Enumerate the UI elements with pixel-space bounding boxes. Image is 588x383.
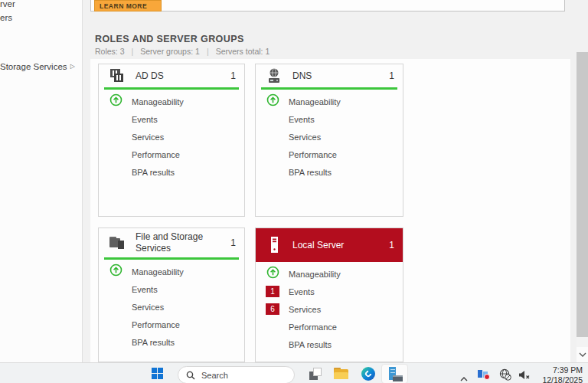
learn-more-button[interactable]: LEARN MORE [94, 0, 162, 11]
welcome-banner-panel: LEARN MORE [90, 0, 565, 11]
row-services[interactable]: 6 Services [256, 300, 403, 318]
row-performance[interactable]: Performance [99, 316, 244, 333]
tile-server-count: 1 [389, 240, 394, 250]
chevron-up-icon [460, 376, 468, 381]
row-performance[interactable]: Performance [99, 146, 244, 163]
manageability-up-icon [266, 93, 279, 110]
manageability-up-icon [109, 93, 122, 110]
navigation-sidebar: rver ers Storage Services ▷ [0, 0, 83, 362]
manageability-up-icon [109, 264, 122, 280]
tile-file-storage-services[interactable]: File and Storage Services 1 Manageabilit… [98, 228, 245, 362]
events-alert-badge: 1 [266, 286, 279, 297]
stat-separator: | [132, 47, 134, 56]
server-manager-taskbar-button[interactable] [381, 364, 408, 383]
row-services[interactable]: Services [99, 298, 244, 316]
sidebar-item-local-server[interactable]: rver [0, 0, 81, 8]
file-storage-icon [107, 235, 127, 250]
row-manageability[interactable]: Manageability [99, 263, 244, 280]
edge-browser-button[interactable] [361, 367, 375, 381]
section-stats: Roles: 3|Server groups: 1|Servers total:… [95, 47, 270, 56]
chevron-right-icon: ▷ [70, 63, 75, 70]
search-placeholder: Search [201, 371, 228, 380]
tile-title: Local Server [292, 240, 384, 251]
row-services[interactable]: Services [256, 128, 403, 146]
local-server-icon [264, 236, 284, 254]
row-bpa-results[interactable]: BPA results [256, 336, 403, 353]
sidebar-item-all-servers[interactable]: ers [0, 13, 81, 22]
row-services[interactable]: Services [99, 128, 244, 146]
search-icon [186, 371, 195, 380]
ad-ds-icon [107, 67, 127, 84]
scrollbar-thumb[interactable] [577, 52, 588, 337]
task-view-button[interactable] [309, 368, 322, 380]
tile-title: File and Storage Services [136, 231, 226, 254]
clock-date: 12/18/2025 [542, 375, 583, 383]
taskbar-search[interactable]: Search [178, 366, 295, 383]
row-manageability[interactable]: Manageability [256, 265, 403, 283]
tray-notification-icon[interactable] [478, 369, 489, 379]
volume-muted-icon[interactable] [518, 369, 531, 383]
hidden-icons-chevron[interactable] [460, 371, 468, 383]
manageability-up-icon [266, 266, 279, 282]
chevron-down-icon [579, 352, 586, 357]
tile-server-count: 1 [230, 237, 236, 248]
row-manageability[interactable]: Manageability [256, 93, 403, 110]
taskbar-clock[interactable]: 7:39 PM 12/18/2025 [542, 365, 583, 383]
server-manager-window: rver ers Storage Services ▷ LEARN MORE R… [0, 0, 588, 383]
vertical-scrollbar[interactable] [577, 52, 588, 362]
row-events[interactable]: Events [99, 110, 244, 128]
sidebar-item-file-storage-services[interactable]: Storage Services ▷ [0, 62, 81, 71]
tile-title: DNS [292, 70, 384, 82]
tile-title: AD DS [136, 70, 226, 82]
clock-time: 7:39 PM [542, 365, 583, 375]
tile-ad-ds[interactable]: AD DS 1 Manageability Events Services Pe… [98, 64, 245, 217]
scrollbar-down-button[interactable] [577, 347, 588, 362]
tile-server-count: 1 [389, 70, 394, 81]
section-title: ROLES AND SERVER GROUPS [95, 34, 244, 44]
file-explorer-button[interactable] [334, 368, 348, 379]
row-events[interactable]: Events [256, 110, 403, 128]
services-alert-badge: 6 [266, 303, 279, 315]
row-manageability[interactable]: Manageability [99, 93, 244, 110]
stat-servers-total: Servers total: 1 [216, 47, 270, 56]
network-offline-icon[interactable] [499, 368, 511, 383]
tile-local-server[interactable]: Local Server 1 Manageability 1 Events 6 … [255, 228, 403, 362]
dns-icon [264, 67, 284, 84]
row-bpa-results[interactable]: BPA results [99, 163, 244, 181]
row-events[interactable]: 1 Events [256, 283, 403, 300]
row-bpa-results[interactable]: BPA results [256, 163, 403, 181]
tile-dns[interactable]: DNS 1 Manageability Events Services Perf… [255, 64, 403, 217]
row-performance[interactable]: Performance [256, 146, 403, 163]
alert-dot-icon [484, 374, 490, 380]
row-bpa-results[interactable]: BPA results [99, 333, 244, 351]
tile-server-count: 1 [230, 70, 236, 81]
start-button[interactable] [152, 368, 163, 379]
stat-roles: Roles: 3 [95, 47, 125, 56]
stat-server-groups: Server groups: 1 [140, 47, 200, 56]
row-events[interactable]: Events [99, 280, 244, 298]
windows-taskbar: Search 7:39 PM 12/18/2025 [0, 362, 588, 383]
stat-separator: | [207, 47, 209, 56]
row-performance[interactable]: Performance [256, 318, 403, 336]
